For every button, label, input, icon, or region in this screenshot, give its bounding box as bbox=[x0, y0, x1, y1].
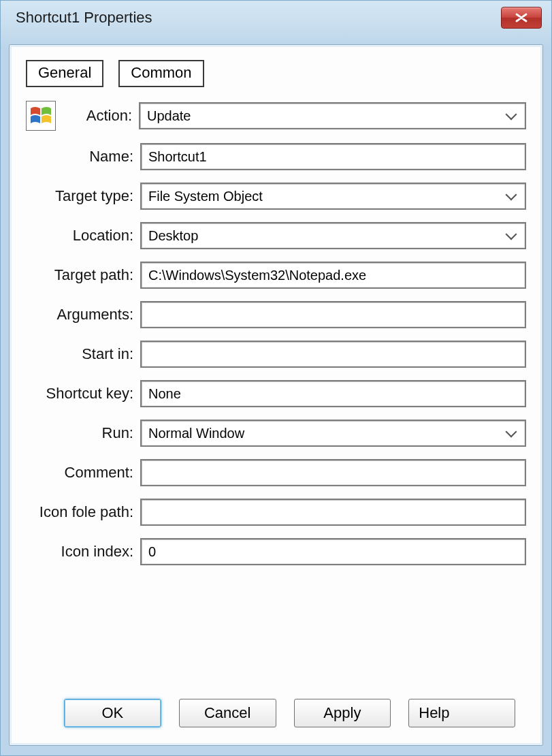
client-area: General Common Action: Update Name: bbox=[9, 44, 543, 746]
icon-fole-path-input[interactable] bbox=[140, 499, 526, 526]
arguments-input[interactable] bbox=[140, 301, 526, 328]
row-comment: Comment: bbox=[26, 459, 526, 486]
location-select[interactable]: Desktop bbox=[140, 222, 526, 249]
target-path-input[interactable]: C:\Windows\System32\Notepad.exe bbox=[140, 262, 526, 289]
label-start-in: Start in: bbox=[26, 345, 133, 363]
row-location: Location: Desktop bbox=[26, 222, 526, 249]
target-path-value: C:\Windows\System32\Notepad.exe bbox=[148, 268, 366, 283]
label-name: Name: bbox=[26, 148, 133, 166]
run-select[interactable]: Normal Window bbox=[140, 420, 526, 447]
close-button[interactable] bbox=[501, 7, 542, 29]
action-value: Update bbox=[147, 108, 191, 124]
apply-button[interactable]: Apply bbox=[294, 699, 391, 727]
row-action: Action: Update bbox=[26, 101, 526, 131]
target-type-value: File System Object bbox=[148, 189, 263, 204]
label-run: Run: bbox=[26, 424, 133, 442]
label-shortcut-key: Shortcut key: bbox=[26, 385, 133, 403]
comment-input[interactable] bbox=[140, 459, 526, 486]
svg-rect-0 bbox=[27, 101, 55, 130]
label-location: Location: bbox=[26, 227, 133, 245]
name-value: Shortcut1 bbox=[148, 149, 207, 165]
tab-strip: General Common bbox=[26, 60, 526, 87]
label-target-path: Target path: bbox=[26, 266, 133, 284]
row-icon-fole-path: Icon fole path: bbox=[26, 499, 526, 526]
run-value: Normal Window bbox=[148, 426, 244, 441]
cancel-button[interactable]: Cancel bbox=[179, 699, 276, 727]
row-target-type: Target type: File System Object bbox=[26, 183, 526, 210]
row-icon-index: Icon index: 0 bbox=[26, 538, 526, 565]
label-action: Action: bbox=[67, 107, 132, 125]
label-icon-fole-path: Icon fole path: bbox=[26, 503, 133, 521]
target-type-select[interactable]: File System Object bbox=[140, 183, 526, 210]
row-run: Run: Normal Window bbox=[26, 420, 526, 447]
close-icon bbox=[515, 13, 528, 22]
tab-common[interactable]: Common bbox=[118, 60, 204, 87]
row-start-in: Start in: bbox=[26, 341, 526, 368]
titlebar: Shortcut1 Properties bbox=[1, 1, 551, 35]
label-icon-index: Icon index: bbox=[26, 543, 133, 561]
action-select[interactable]: Update bbox=[139, 102, 526, 129]
form: Action: Update Name: Shortcut1 Target ty… bbox=[26, 101, 526, 565]
help-button[interactable]: Help bbox=[408, 699, 515, 727]
start-in-input[interactable] bbox=[140, 341, 526, 368]
shortcut-key-input[interactable]: None bbox=[140, 380, 526, 407]
row-shortcut-key: Shortcut key: None bbox=[26, 380, 526, 407]
row-arguments: Arguments: bbox=[26, 301, 526, 328]
window-title: Shortcut1 Properties bbox=[16, 9, 152, 27]
icon-index-value: 0 bbox=[148, 544, 156, 560]
icon-index-input[interactable]: 0 bbox=[140, 538, 526, 565]
label-comment: Comment: bbox=[26, 464, 133, 482]
label-target-type: Target type: bbox=[26, 187, 133, 205]
row-name: Name: Shortcut1 bbox=[26, 143, 526, 170]
dialog-buttons: OK Cancel Apply Help bbox=[64, 699, 515, 727]
location-value: Desktop bbox=[148, 228, 198, 244]
windows-icon bbox=[26, 101, 56, 131]
shortcut-key-value: None bbox=[148, 386, 181, 402]
label-arguments: Arguments: bbox=[26, 306, 133, 324]
row-target-path: Target path: C:\Windows\System32\Notepad… bbox=[26, 262, 526, 289]
name-input[interactable]: Shortcut1 bbox=[140, 143, 526, 170]
tab-general[interactable]: General bbox=[26, 60, 103, 87]
ok-button[interactable]: OK bbox=[64, 699, 161, 727]
properties-dialog: Shortcut1 Properties General Common Acti… bbox=[0, 0, 552, 756]
